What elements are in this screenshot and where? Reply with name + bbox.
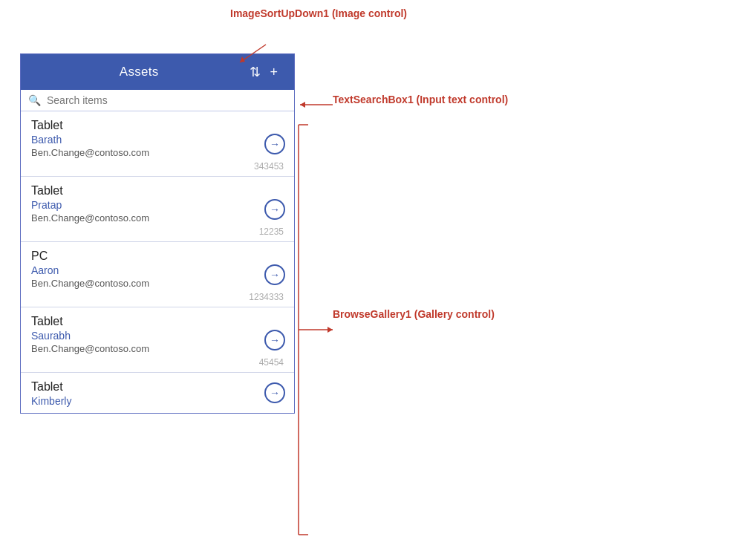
item-type: Tablet <box>31 184 284 198</box>
item-id: 343453 <box>31 161 284 172</box>
item-name: Kimberly <box>31 395 284 407</box>
add-button[interactable]: + <box>265 64 282 80</box>
item-email: Ben.Change@contoso.com <box>31 147 284 158</box>
list-item[interactable]: TabletBarathBen.Change@contoso.com343453… <box>21 111 294 177</box>
arrow-right-icon: → <box>270 138 280 150</box>
item-name: Barath <box>31 134 284 146</box>
item-email: Ben.Change@contoso.com <box>31 278 284 289</box>
list-item[interactable]: TabletPratapBen.Change@contoso.com12235→ <box>21 177 294 242</box>
item-type: Tablet <box>31 119 284 132</box>
item-email: Ben.Change@contoso.com <box>31 343 284 354</box>
item-name: Aaron <box>31 264 284 276</box>
arrow-right-icon: → <box>270 387 280 399</box>
search-box: 🔍 <box>21 90 294 111</box>
add-icon: + <box>270 65 278 79</box>
item-navigate-button[interactable]: → <box>264 330 285 351</box>
item-type: PC <box>31 250 284 263</box>
item-navigate-button[interactable]: → <box>264 199 285 220</box>
arrow-right-icon: → <box>270 269 280 281</box>
search-input[interactable] <box>47 94 287 106</box>
panel-header: Assets ⇅ + <box>21 54 294 90</box>
list-item[interactable]: TabletSaurabhBen.Change@contoso.com45454… <box>21 307 294 373</box>
item-id: 1234333 <box>31 292 284 302</box>
assets-panel: Assets ⇅ + 🔍 TabletBarathBen.Change@cont… <box>20 53 295 414</box>
sort-button[interactable]: ⇅ <box>245 64 265 80</box>
arrow-right-icon: → <box>270 203 280 215</box>
header-title: Assets <box>33 65 245 79</box>
search-annotation-label: TextSearchBox1 (Input text control) <box>333 94 508 105</box>
item-email: Ben.Change@contoso.com <box>31 212 284 224</box>
search-icon: 🔍 <box>28 94 41 106</box>
svg-marker-3 <box>300 102 305 108</box>
item-navigate-button[interactable]: → <box>264 264 285 285</box>
gallery-annotation-label: BrowseGallery1 (Gallery control) <box>333 308 495 320</box>
sort-annotation-label: ImageSortUpDown1 (Image control) <box>230 7 407 19</box>
item-id: 45454 <box>31 357 284 368</box>
item-type: Tablet <box>31 380 284 394</box>
item-name: Saurabh <box>31 330 284 342</box>
browse-gallery: TabletBarathBen.Change@contoso.com343453… <box>21 111 294 413</box>
list-item[interactable]: PCAaronBen.Change@contoso.com1234333→ <box>21 242 294 307</box>
item-id: 12235 <box>31 226 284 237</box>
item-navigate-button[interactable]: → <box>264 382 285 403</box>
arrow-right-icon: → <box>270 334 280 346</box>
sort-icon: ⇅ <box>250 65 261 79</box>
item-navigate-button[interactable]: → <box>264 134 285 154</box>
item-type: Tablet <box>31 315 284 328</box>
item-name: Pratap <box>31 199 284 211</box>
svg-marker-8 <box>328 327 333 333</box>
list-item[interactable]: TabletKimberly→ <box>21 373 294 413</box>
